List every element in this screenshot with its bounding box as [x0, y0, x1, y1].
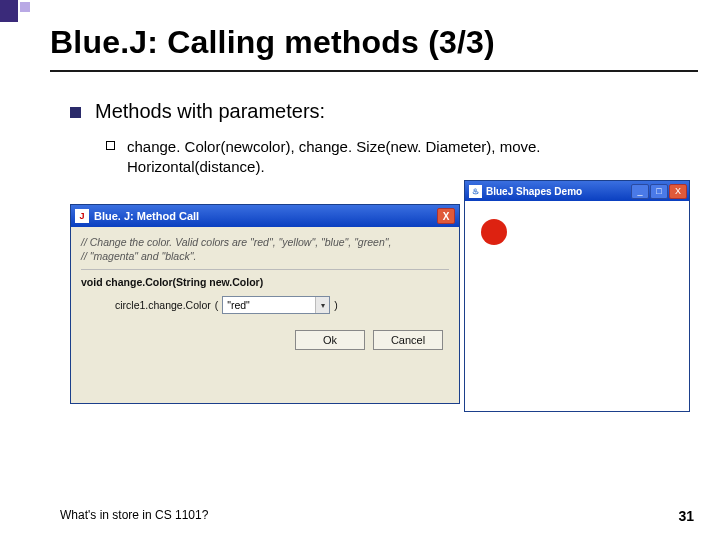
shapes-canvas — [465, 201, 689, 411]
bullet-marker-filled — [70, 107, 81, 118]
figure-area: J Blue. J: Method Call X // Change the c… — [70, 192, 690, 452]
param-combobox[interactable]: ▾ — [222, 296, 330, 314]
dialog-title: Blue. J: Method Call — [94, 210, 437, 222]
param-input[interactable] — [223, 299, 315, 311]
close-button[interactable]: X — [669, 184, 687, 199]
title-rule — [50, 70, 698, 72]
dialog-body: // Change the color. Valid colors are "r… — [71, 227, 459, 356]
slide-content: Methods with parameters: change. Color(n… — [70, 100, 690, 176]
bullet2-text: change. Color(newcolor), change. Size(ne… — [127, 137, 666, 176]
method-signature: void change.Color(String new.Color) — [81, 276, 449, 288]
slide-accent — [0, 0, 40, 24]
bullet-level-2: change. Color(newcolor), change. Size(ne… — [106, 137, 666, 176]
call-prefix: circle1.change.Color — [115, 299, 211, 311]
page-number: 31 — [678, 508, 694, 524]
shapes-title: BlueJ Shapes Demo — [486, 186, 631, 197]
dialog-titlebar[interactable]: J Blue. J: Method Call X — [71, 205, 459, 227]
method-call-dialog: J Blue. J: Method Call X // Change the c… — [70, 204, 460, 404]
cancel-button[interactable]: Cancel — [373, 330, 443, 350]
shapes-demo-window: ♨ BlueJ Shapes Demo _ □ X — [464, 180, 690, 412]
dialog-comment: // Change the color. Valid colors are "r… — [81, 235, 449, 270]
bluej-icon: J — [75, 209, 89, 223]
open-paren: ( — [215, 299, 219, 311]
comment-line-1: // Change the color. Valid colors are "r… — [81, 235, 449, 249]
close-paren: ) — [334, 299, 338, 311]
call-expression-row: circle1.change.Color ( ▾ ) — [81, 296, 449, 314]
minimize-button[interactable]: _ — [631, 184, 649, 199]
footer-text: What's in store in CS 1101? — [60, 508, 208, 522]
java-icon: ♨ — [469, 185, 482, 198]
red-circle-shape — [481, 219, 507, 245]
bullet-level-1: Methods with parameters: — [70, 100, 690, 123]
comment-line-2: // "magenta" and "black". — [81, 249, 449, 263]
chevron-down-icon[interactable]: ▾ — [315, 297, 329, 313]
ok-button[interactable]: Ok — [295, 330, 365, 350]
dialog-close-button[interactable]: X — [437, 208, 455, 224]
bullet-marker-hollow — [106, 141, 115, 150]
bullet1-text: Methods with parameters: — [95, 100, 325, 123]
slide-title: Blue.J: Calling methods (3/3) — [50, 24, 495, 61]
window-buttons: _ □ X — [631, 184, 687, 199]
maximize-button[interactable]: □ — [650, 184, 668, 199]
dialog-button-row: Ok Cancel — [81, 330, 449, 350]
shapes-titlebar[interactable]: ♨ BlueJ Shapes Demo _ □ X — [465, 181, 689, 201]
